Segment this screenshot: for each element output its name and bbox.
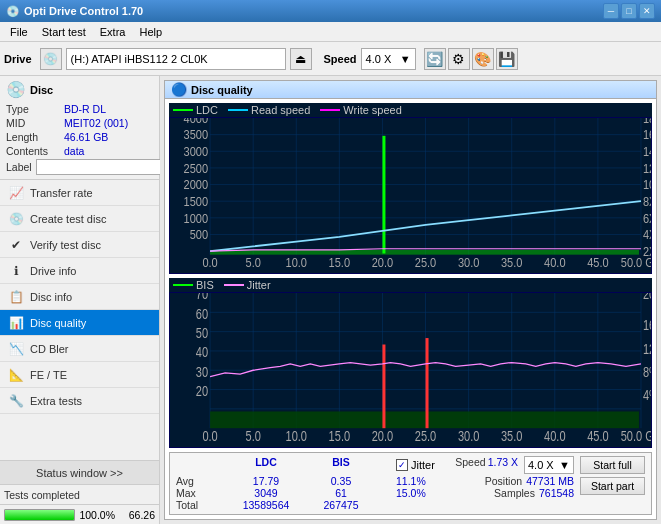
- status-text: Tests completed: [4, 489, 80, 501]
- status-window-label: Status window >>: [36, 467, 123, 479]
- disc-length-value: 46.61 GB: [64, 131, 108, 143]
- sidebar-item-verify-test-disc[interactable]: ✔ Verify test disc: [0, 232, 159, 258]
- speed-label: Speed: [324, 53, 357, 65]
- menu-file[interactable]: File: [4, 24, 34, 40]
- transfer-rate-label: Transfer rate: [30, 187, 93, 199]
- disc-mid-label: MID: [6, 117, 64, 129]
- menu-help[interactable]: Help: [133, 24, 168, 40]
- app-title: Opti Drive Control 1.70: [24, 5, 143, 17]
- svg-text:6X: 6X: [643, 211, 651, 226]
- jitter-check-label: Jitter: [411, 459, 435, 471]
- jitter-checkbox[interactable]: ✓: [396, 459, 408, 471]
- sidebar-item-fe-te[interactable]: 📐 FE / TE: [0, 362, 159, 388]
- drive-select[interactable]: (H:) ATAPI iHBS112 2 CL0K: [66, 48, 286, 70]
- disc-label-input[interactable]: [36, 159, 169, 175]
- svg-text:10X: 10X: [643, 177, 651, 192]
- drive-info-label: Drive info: [30, 265, 76, 277]
- disc-title: Disc: [30, 84, 53, 96]
- svg-text:12X: 12X: [643, 161, 651, 176]
- menu-start-test[interactable]: Start test: [36, 24, 92, 40]
- speed-dropdown-value: 4.0 X: [528, 459, 554, 471]
- svg-text:10.0: 10.0: [286, 428, 307, 444]
- max-bis: 61: [306, 487, 376, 499]
- svg-text:4000: 4000: [184, 118, 209, 126]
- sidebar: 💿 Disc Type BD-R DL MID MEIT02 (001) Len…: [0, 76, 160, 524]
- disc-type-value: BD-R DL: [64, 103, 106, 115]
- svg-text:25.0: 25.0: [415, 255, 437, 270]
- max-jitter: 15.0%: [396, 487, 426, 499]
- disc-mid-field: MID MEIT02 (001): [6, 117, 153, 129]
- cd-bler-label: CD Bler: [30, 343, 69, 355]
- close-button[interactable]: ✕: [639, 3, 655, 19]
- eject-button[interactable]: ⏏: [290, 48, 312, 70]
- cd-bler-icon: 📉: [8, 342, 24, 356]
- status-bar: Tests completed: [0, 484, 159, 504]
- stats-avg-row: Avg 17.79 0.35 11.1% Position 47731 MB: [176, 475, 574, 487]
- svg-text:40.0: 40.0: [544, 255, 566, 270]
- svg-text:35.0: 35.0: [501, 255, 523, 270]
- svg-rect-48: [382, 136, 385, 254]
- chart2-wrapper: BIS Jitter: [169, 278, 652, 449]
- maximize-button[interactable]: □: [621, 3, 637, 19]
- legend-ldc: LDC: [173, 104, 218, 116]
- pos-value: 47731 MB: [526, 475, 574, 487]
- paint-button[interactable]: 🎨: [472, 48, 494, 70]
- speed-select[interactable]: 4.0 X ▼: [361, 48, 416, 70]
- disc-mid-value: MEIT02 (001): [64, 117, 128, 129]
- disc-quality-icon: 📊: [8, 316, 24, 330]
- disc-panel: 💿 Disc Type BD-R DL MID MEIT02 (001) Len…: [0, 76, 159, 180]
- extra-tests-label: Extra tests: [30, 395, 82, 407]
- sidebar-item-transfer-rate[interactable]: 📈 Transfer rate: [0, 180, 159, 206]
- settings-button[interactable]: ⚙: [448, 48, 470, 70]
- stats-header-row: LDC BIS ✓ Jitter Speed 1.73 X: [176, 456, 574, 474]
- disc-type-field: Type BD-R DL: [6, 103, 153, 115]
- svg-text:50: 50: [196, 325, 208, 341]
- title-bar-left: 💿 Opti Drive Control 1.70: [6, 5, 143, 18]
- sidebar-item-disc-quality[interactable]: 📊 Disc quality: [0, 310, 159, 336]
- svg-text:15.0: 15.0: [329, 255, 351, 270]
- avg-bis: 0.35: [306, 475, 376, 487]
- stats-speed-value: 1.73 X: [488, 456, 518, 474]
- save-button[interactable]: 💾: [496, 48, 518, 70]
- status-window-button[interactable]: Status window >>: [0, 460, 159, 484]
- chart1-container: 4000 3500 3000 2500 2000 1500 1000 500 1…: [169, 117, 652, 274]
- svg-text:500: 500: [190, 227, 209, 242]
- svg-text:25.0: 25.0: [415, 428, 436, 444]
- sidebar-item-cd-bler[interactable]: 📉 CD Bler: [0, 336, 159, 362]
- svg-text:40.0: 40.0: [544, 428, 565, 444]
- svg-text:2500: 2500: [184, 161, 209, 176]
- legend-write-speed: Write speed: [320, 104, 402, 116]
- svg-text:20.0: 20.0: [372, 255, 394, 270]
- nav-items: 📈 Transfer rate 💿 Create test disc ✔ Ver…: [0, 180, 159, 460]
- svg-text:30: 30: [196, 364, 208, 380]
- verify-test-disc-label: Verify test disc: [30, 239, 101, 251]
- start-part-button[interactable]: Start part: [580, 477, 645, 495]
- disc-length-field: Length 46.61 GB: [6, 131, 153, 143]
- minimize-button[interactable]: ─: [603, 3, 619, 19]
- legend-write-speed-color: [320, 109, 340, 111]
- svg-text:1000: 1000: [184, 211, 209, 226]
- sidebar-item-create-test-disc[interactable]: 💿 Create test disc: [0, 206, 159, 232]
- refresh-button[interactable]: 🔄: [424, 48, 446, 70]
- avg-ldc: 17.79: [226, 475, 306, 487]
- sidebar-item-disc-info[interactable]: 📋 Disc info: [0, 284, 159, 310]
- legend-read-speed-color: [228, 109, 248, 111]
- sidebar-item-drive-info[interactable]: ℹ Drive info: [0, 258, 159, 284]
- avg-jitter: 11.1%: [396, 475, 426, 487]
- menu-extra[interactable]: Extra: [94, 24, 132, 40]
- speed-dropdown-arrow: ▼: [559, 459, 570, 471]
- sidebar-item-extra-tests[interactable]: 🔧 Extra tests: [0, 388, 159, 414]
- svg-text:14X: 14X: [643, 144, 651, 159]
- stats-table: LDC BIS ✓ Jitter Speed 1.73 X: [176, 456, 574, 511]
- start-full-button[interactable]: Start full: [580, 456, 645, 474]
- speed-dropdown-right[interactable]: 4.0 X ▼: [524, 456, 574, 474]
- svg-text:35.0: 35.0: [501, 428, 522, 444]
- drive-icon-button[interactable]: 💿: [40, 48, 62, 70]
- svg-rect-89: [210, 411, 639, 428]
- stats-spacer: [376, 456, 396, 474]
- legend-jitter-label: Jitter: [247, 279, 271, 291]
- svg-text:20.0: 20.0: [372, 428, 393, 444]
- samples-label: Samples: [485, 487, 535, 499]
- max-label: Max: [176, 487, 226, 499]
- disc-quality-header: 🔵 Disc quality: [165, 81, 656, 99]
